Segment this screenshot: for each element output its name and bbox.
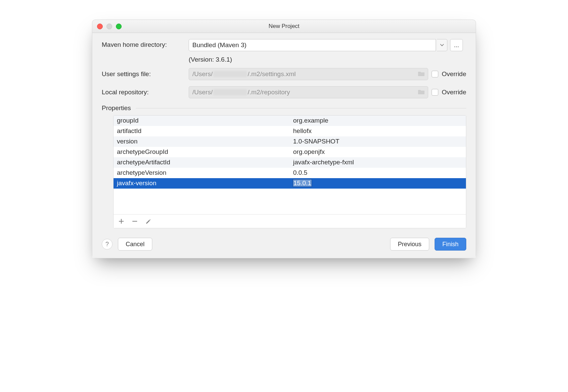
property-key: groupId bbox=[114, 116, 290, 126]
maven-home-combo-trigger[interactable] bbox=[437, 39, 447, 51]
properties-toolbar bbox=[114, 214, 466, 228]
local-repo-override-checkbox[interactable] bbox=[432, 89, 438, 96]
cancel-button[interactable]: Cancel bbox=[118, 238, 152, 251]
properties-label: Properties bbox=[102, 104, 131, 112]
plus-icon bbox=[118, 218, 124, 224]
property-value: org.openjfx bbox=[290, 147, 466, 157]
user-settings-override-checkbox[interactable] bbox=[432, 71, 438, 77]
local-repo-row: Local repository: /Users/ /.m2/repositor… bbox=[102, 86, 466, 98]
user-settings-field: /Users/ /.m2/settings.xml bbox=[189, 68, 428, 80]
properties-table[interactable]: groupIdorg.exampleartifactIdhellofxversi… bbox=[114, 116, 466, 189]
remove-button[interactable] bbox=[132, 218, 138, 224]
user-settings-override-label: Override bbox=[442, 70, 466, 78]
maven-version-label: (Version: 3.6.1) bbox=[185, 56, 466, 63]
table-row[interactable]: groupIdorg.example bbox=[114, 116, 466, 126]
user-settings-label: User settings file: bbox=[102, 70, 185, 78]
window-title: New Project bbox=[269, 23, 299, 30]
dialog-content: Maven home directory: Bundled (Maven 3) … bbox=[92, 33, 476, 258]
add-button[interactable] bbox=[118, 218, 124, 224]
minus-icon bbox=[132, 218, 138, 224]
redacted bbox=[213, 89, 247, 95]
table-row[interactable]: version1.0-SNAPSHOT bbox=[114, 136, 466, 147]
properties-table-empty-area bbox=[114, 189, 466, 214]
maven-home-field-group: Bundled (Maven 3) ... bbox=[189, 39, 463, 51]
divider bbox=[136, 108, 466, 108]
local-repo-path-suffix: /.m2/repository bbox=[248, 89, 290, 96]
properties-section-header: Properties bbox=[102, 104, 466, 112]
property-key: archetypeVersion bbox=[114, 168, 290, 178]
local-repo-label: Local repository: bbox=[102, 89, 185, 96]
maven-home-combo[interactable]: Bundled (Maven 3) bbox=[189, 39, 436, 51]
properties-table-container: groupIdorg.exampleartifactIdhellofxversi… bbox=[113, 115, 466, 228]
local-repo-field: /Users/ /.m2/repository bbox=[189, 86, 428, 98]
property-key: archetypeGroupId bbox=[114, 147, 290, 157]
edit-button[interactable] bbox=[145, 218, 151, 224]
user-settings-row: User settings file: /Users/ /.m2/setting… bbox=[102, 68, 466, 80]
close-icon[interactable] bbox=[97, 24, 103, 29]
help-icon: ? bbox=[105, 241, 109, 248]
property-value: org.example bbox=[290, 116, 466, 126]
new-project-dialog: New Project Maven home directory: Bundle… bbox=[92, 20, 476, 258]
maven-home-row: Maven home directory: Bundled (Maven 3) … bbox=[102, 39, 466, 51]
property-value: javafx-archetype-fxml bbox=[290, 157, 466, 168]
table-row[interactable]: javafx-version15.0.1 bbox=[114, 178, 466, 189]
finish-button[interactable]: Finish bbox=[435, 238, 466, 251]
window-controls bbox=[97, 24, 122, 29]
help-button[interactable]: ? bbox=[102, 239, 113, 250]
property-value: 1.0-SNAPSHOT bbox=[290, 136, 466, 147]
maven-home-value: Bundled (Maven 3) bbox=[192, 41, 247, 49]
user-settings-path-suffix: /.m2/settings.xml bbox=[248, 70, 296, 78]
table-row[interactable]: artifactIdhellofx bbox=[114, 126, 466, 136]
ellipsis-icon: ... bbox=[454, 42, 459, 49]
table-row[interactable]: archetypeVersion0.0.5 bbox=[114, 168, 466, 178]
chevron-down-icon bbox=[440, 44, 444, 46]
redacted bbox=[213, 71, 247, 77]
table-row[interactable]: archetypeArtifactIdjavafx-archetype-fxml bbox=[114, 157, 466, 168]
user-settings-path-prefix: /Users/ bbox=[192, 70, 213, 78]
folder-icon bbox=[418, 71, 425, 77]
local-repo-override-label: Override bbox=[442, 89, 466, 96]
local-repo-override: Override bbox=[432, 89, 466, 96]
table-row[interactable]: archetypeGroupIdorg.openjfx bbox=[114, 147, 466, 157]
local-repo-path-prefix: /Users/ bbox=[192, 89, 213, 96]
property-value: hellofx bbox=[290, 126, 466, 136]
minimize-icon bbox=[106, 24, 112, 29]
zoom-icon[interactable] bbox=[116, 24, 122, 29]
maven-home-browse-button[interactable]: ... bbox=[450, 39, 463, 51]
property-key: archetypeArtifactId bbox=[114, 157, 290, 168]
maven-home-label: Maven home directory: bbox=[102, 41, 185, 48]
pencil-icon bbox=[145, 218, 151, 224]
previous-button[interactable]: Previous bbox=[390, 238, 429, 251]
folder-icon bbox=[418, 89, 425, 95]
property-value: 0.0.5 bbox=[290, 168, 466, 178]
titlebar: New Project bbox=[92, 20, 476, 33]
dialog-footer: ? Cancel Previous Finish bbox=[102, 238, 466, 251]
property-value: 15.0.1 bbox=[290, 178, 466, 189]
property-key: version bbox=[114, 136, 290, 147]
property-key: artifactId bbox=[114, 126, 290, 136]
user-settings-override: Override bbox=[432, 70, 466, 78]
property-key: javafx-version bbox=[114, 178, 290, 189]
